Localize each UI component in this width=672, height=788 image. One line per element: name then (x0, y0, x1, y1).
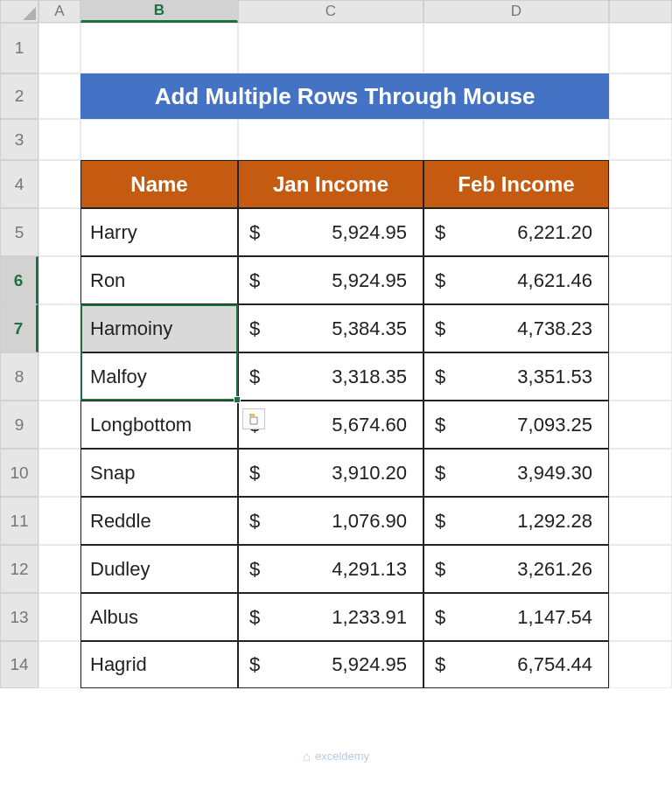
row-header-13[interactable]: 13 (0, 593, 38, 641)
watermark: ⌂ exceldemy (303, 749, 369, 764)
row-header-9[interactable]: 9 (0, 401, 38, 449)
row-header-4[interactable]: 4 (0, 160, 38, 208)
cell-A7[interactable] (38, 304, 80, 352)
cell-A1[interactable] (38, 23, 80, 73)
cell-E2[interactable] (609, 73, 672, 119)
select-all-corner[interactable] (0, 0, 38, 23)
value: 3,261.26 (517, 558, 592, 581)
row-header-6[interactable]: 6 (0, 256, 38, 304)
cell-jan-3[interactable]: $3,318.35 (238, 352, 424, 401)
col-header-extra[interactable] (609, 0, 672, 23)
paste-options-icon[interactable] (242, 408, 265, 429)
cell-E4[interactable] (609, 160, 672, 208)
cell-E7[interactable] (609, 304, 672, 352)
row-header-11[interactable]: 11 (0, 497, 38, 545)
cell-name-7[interactable]: Dudley (80, 545, 238, 593)
table-header-jan[interactable]: Jan Income (238, 160, 424, 208)
cell-feb-6[interactable]: $1,292.28 (424, 497, 609, 545)
cell-jan-0[interactable]: $5,924.95 (238, 208, 424, 256)
title-banner[interactable]: Add Multiple Rows Through Mouse (80, 73, 609, 119)
cell-jan-2[interactable]: $5,384.35 (238, 304, 424, 352)
row-header-2[interactable]: 2 (0, 73, 38, 119)
cell-E12[interactable] (609, 545, 672, 593)
cell-feb-1[interactable]: $4,621.46 (424, 256, 609, 304)
cell-jan-7[interactable]: $4,291.13 (238, 545, 424, 593)
cell-E13[interactable] (609, 593, 672, 641)
cell-E3[interactable] (609, 119, 672, 160)
cell-feb-8[interactable]: $1,147.54 (424, 593, 609, 641)
cell-B1[interactable] (80, 23, 238, 73)
cell-feb-2[interactable]: $4,738.23 (424, 304, 609, 352)
cell-name-1[interactable]: Ron (80, 256, 238, 304)
currency-symbol: $ (249, 653, 260, 676)
cell-feb-0[interactable]: $6,221.20 (424, 208, 609, 256)
cell-A13[interactable] (38, 593, 80, 641)
cell-A2[interactable] (38, 73, 80, 119)
cell-feb-9[interactable]: $6,754.44 (424, 641, 609, 688)
cell-E1[interactable] (609, 23, 672, 73)
cell-name-0[interactable]: Harry (80, 208, 238, 256)
cell-feb-5[interactable]: $3,949.30 (424, 449, 609, 497)
cell-E8[interactable] (609, 352, 672, 401)
cell-A3[interactable] (38, 119, 80, 160)
cell-feb-7[interactable]: $3,261.26 (424, 545, 609, 593)
cell-feb-3[interactable]: $3,351.53 (424, 352, 609, 401)
value: 3,318.35 (332, 366, 407, 388)
cell-A11[interactable] (38, 497, 80, 545)
cell-name-9[interactable]: Hagrid (80, 641, 238, 688)
cell-E6[interactable] (609, 256, 672, 304)
value: 7,093.25 (517, 414, 592, 436)
row-header-14[interactable]: 14 (0, 641, 38, 688)
table-header-feb[interactable]: Feb Income (424, 160, 609, 208)
cell-E5[interactable] (609, 208, 672, 256)
row-header-1[interactable]: 1 (0, 23, 38, 73)
row-header-7[interactable]: 7 (0, 304, 38, 352)
cell-A14[interactable] (38, 641, 80, 688)
currency-symbol: $ (249, 462, 260, 485)
cell-name-8[interactable]: Albus (80, 593, 238, 641)
cell-C1[interactable] (238, 23, 424, 73)
cell-name-3[interactable]: Malfoy (80, 352, 238, 401)
col-header-A[interactable]: A (38, 0, 80, 23)
cell-jan-9[interactable]: $5,924.95 (238, 641, 424, 688)
cell-C3[interactable] (238, 119, 424, 160)
cell-jan-6[interactable]: $1,076.90 (238, 497, 424, 545)
cell-E9[interactable] (609, 401, 672, 449)
cell-E10[interactable] (609, 449, 672, 497)
cell-name-2[interactable]: Harmoiny (80, 304, 238, 352)
cell-name-6[interactable]: Reddle (80, 497, 238, 545)
row-header-8[interactable]: 8 (0, 352, 38, 401)
cell-D1[interactable] (424, 23, 609, 73)
col-header-C[interactable]: C (238, 0, 424, 23)
row-header-12[interactable]: 12 (0, 545, 38, 593)
cell-jan-4[interactable]: $5,674.60 (238, 401, 424, 449)
cell-A6[interactable] (38, 256, 80, 304)
cell-D3[interactable] (424, 119, 609, 160)
row-header-3[interactable]: 3 (0, 119, 38, 160)
cell-A4[interactable] (38, 160, 80, 208)
cell-A12[interactable] (38, 545, 80, 593)
cell-name-5[interactable]: Snap (80, 449, 238, 497)
cell-A8[interactable] (38, 352, 80, 401)
row-header-5[interactable]: 5 (0, 208, 38, 256)
cell-feb-4[interactable]: $7,093.25 (424, 401, 609, 449)
col-header-B[interactable]: B (80, 0, 238, 23)
cell-jan-1[interactable]: $5,924.95 (238, 256, 424, 304)
spreadsheet-grid[interactable]: A B C D 1 2 Add Multiple Rows Through Mo… (0, 0, 672, 688)
cell-A10[interactable] (38, 449, 80, 497)
cell-B3[interactable] (80, 119, 238, 160)
cell-A9[interactable] (38, 401, 80, 449)
cell-jan-5[interactable]: $3,910.20 (238, 449, 424, 497)
value: 1,233.91 (332, 606, 407, 629)
row-header-10[interactable]: 10 (0, 449, 38, 497)
col-header-D[interactable]: D (424, 0, 609, 23)
value: 5,924.95 (332, 221, 407, 244)
currency-symbol: $ (435, 558, 445, 581)
table-header-name[interactable]: Name (80, 160, 238, 208)
cell-jan-8[interactable]: $1,233.91 (238, 593, 424, 641)
currency-symbol: $ (435, 510, 445, 533)
cell-A5[interactable] (38, 208, 80, 256)
cell-E14[interactable] (609, 641, 672, 688)
cell-E11[interactable] (609, 497, 672, 545)
cell-name-4[interactable]: Longbottom (80, 401, 238, 449)
